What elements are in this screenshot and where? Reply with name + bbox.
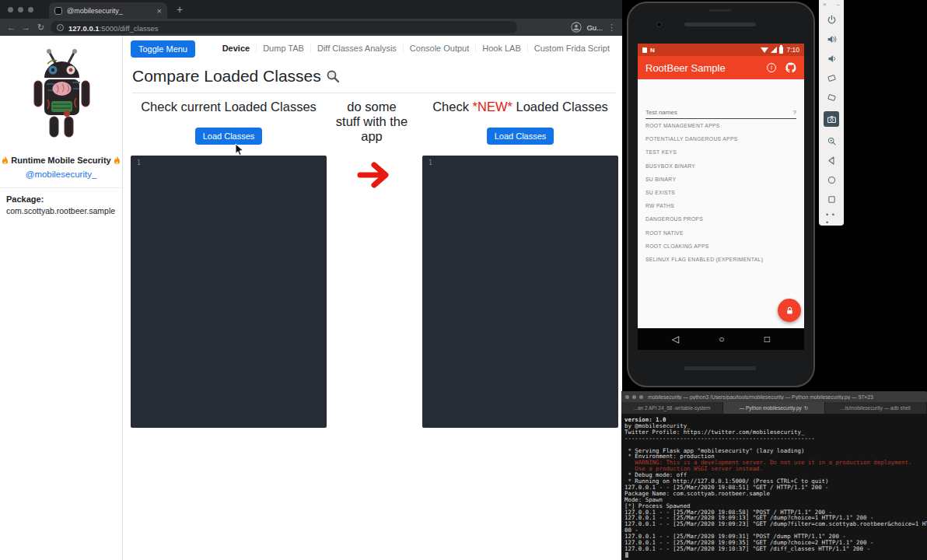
right-column-title: Check *NEW* Loaded Classes — [422, 100, 618, 114]
test-row[interactable]: BUSYBOX BINARY — [645, 159, 804, 173]
tab-close-icon[interactable]: × — [157, 7, 162, 15]
tab-hook-lab[interactable]: Hook LAB — [475, 44, 527, 53]
emulator-minimize-icon[interactable]: – — [837, 1, 840, 9]
tab-console-output[interactable]: Console Output — [403, 44, 475, 53]
github-icon[interactable] — [785, 62, 796, 73]
test-row[interactable]: TEST KEYS — [645, 145, 804, 159]
load-classes-button-right[interactable]: Load Classes — [487, 128, 554, 145]
toolbar-right: Gu... ⋮ — [571, 22, 616, 33]
reload-icon[interactable]: ↻ — [36, 23, 46, 33]
info-icon[interactable]: i — [767, 63, 776, 72]
android-back-button[interactable]: ◁ — [672, 334, 679, 344]
emu-more-icon[interactable]: • • • — [826, 213, 837, 224]
terminal-line: Package Name: com.scottyab.rootbeer.samp… — [624, 491, 927, 497]
emulator-close-icon[interactable]: × — [823, 1, 827, 9]
sidebar-divider — [0, 187, 122, 188]
browser-window: @mobilesecurity_ × + ← → ↻ i 127.0.0.1:5… — [0, 0, 622, 560]
status-bar: N 7:10 — [638, 44, 804, 56]
site-info-icon[interactable]: i — [57, 24, 64, 31]
classes-editor-left[interactable]: 1 — [131, 156, 327, 428]
android-overview-button[interactable]: □ — [764, 334, 770, 344]
emu-back-icon[interactable] — [826, 155, 837, 166]
heading-divider — [132, 93, 616, 93]
browser-tab-title: @mobilesecurity_ — [67, 7, 157, 15]
volume-up-icon[interactable] — [826, 33, 837, 44]
sidebar-title-row: Runtime Mobile Security — [0, 156, 122, 165]
help-icon[interactable]: ? — [793, 109, 796, 116]
screenshot-icon[interactable] — [824, 111, 839, 127]
window-close-icon[interactable] — [8, 7, 13, 12]
right-title-prefix: Check — [432, 100, 472, 114]
tab-device[interactable]: Device — [216, 44, 256, 53]
profile-avatar-icon[interactable] — [571, 22, 582, 33]
zoom-icon[interactable] — [826, 135, 837, 146]
terminal-zoom-icon[interactable] — [639, 395, 643, 399]
test-row[interactable]: ROOT CLOAKING APPS — [645, 240, 804, 253]
browser-toolbar: ← → ↻ i 127.0.0.1:5000/diff_classes Gu..… — [0, 19, 622, 36]
phone-earpiece — [684, 23, 756, 26]
back-icon[interactable]: ← — [6, 23, 16, 32]
left-column-title: Check current Loaded Classes — [131, 100, 327, 114]
emu-home-icon[interactable] — [826, 174, 837, 185]
browser-tabstrip: @mobilesecurity_ × + — [0, 0, 622, 19]
tab-diff-classes[interactable]: Diff Classes Analysis — [310, 44, 403, 53]
site-favicon — [54, 7, 62, 15]
tab-custom-frida[interactable]: Custom Frida Script — [527, 44, 616, 53]
tab-dump[interactable]: Dump TAB — [256, 44, 310, 53]
phone-screen: N 7:10 RootBeer Sample i Test names ? RO… — [638, 44, 804, 328]
magnifier-icon — [326, 69, 340, 83]
terminal-tab-adb[interactable]: ...ls/mobilesecurity — adb shell — [825, 402, 927, 414]
terminal-titlebar[interactable]: mobilesecurity — python3 /Users/pau/tool… — [621, 391, 927, 402]
twitter-handle-link[interactable]: @mobilesecurity_ — [0, 170, 122, 179]
terminal-minimize-icon[interactable] — [632, 395, 636, 399]
emu-overview-icon[interactable] — [826, 194, 837, 205]
root-check-fab[interactable] — [778, 299, 801, 322]
window-controls[interactable] — [8, 7, 33, 12]
test-row[interactable]: ROOT MANAGEMENT APPS — [645, 119, 804, 132]
window-zoom-icon[interactable] — [28, 7, 33, 12]
terminal-line: 127.0.0.1 - - [25/Mar/2020 19:10:37] "GE… — [624, 546, 927, 552]
android-home-button[interactable]: ○ — [719, 334, 724, 344]
test-row[interactable]: SU BINARY — [645, 173, 804, 186]
page-content: Runtime Mobile Security @mobilesecurity_… — [0, 36, 622, 560]
test-row[interactable]: ROOT NATIVE — [645, 226, 804, 240]
page-heading-text: Compare Loaded Classes — [132, 67, 321, 86]
classes-editor-right[interactable]: 1 — [422, 156, 618, 428]
battery-icon — [779, 47, 783, 54]
forward-icon[interactable]: → — [21, 23, 31, 32]
url-host: 127.0.0.1 — [68, 24, 100, 33]
top-navigation: Device Dump TAB Diff Classes Analysis Co… — [216, 44, 616, 53]
package-value: com.scottyab.rootbeer.sample — [6, 206, 115, 215]
profile-name[interactable]: Gu... — [586, 23, 603, 32]
window-minimize-icon[interactable] — [18, 7, 23, 12]
editor-line-number: 1 — [131, 156, 327, 166]
terminal-output[interactable]: version: 1.0 by @mobilesecurity_ Twitter… — [621, 414, 927, 559]
load-classes-button-left[interactable]: Load Classes — [195, 128, 263, 145]
spinner-icon: ↻ — [804, 405, 808, 411]
volume-down-icon[interactable] — [826, 53, 837, 64]
rotate-right-icon[interactable] — [826, 92, 837, 103]
status-sim-icon — [642, 47, 647, 53]
terminal-tab-python[interactable]: — Python mobilesecurity.py↻ — [723, 402, 825, 414]
middle-note: do some stuff with the app — [334, 100, 409, 144]
terminal-window: mobilesecurity — python3 /Users/pau/tool… — [621, 391, 927, 560]
power-icon[interactable] — [826, 14, 837, 25]
test-row[interactable]: POTENTIALLY DANGEROUS APPS — [645, 132, 804, 145]
terminal-window-controls[interactable] — [625, 395, 643, 399]
browser-tab[interactable]: @mobilesecurity_ × — [49, 2, 167, 19]
toggle-menu-button[interactable]: Toggle Menu — [131, 40, 195, 58]
terminal-line: ----------------------------------------… — [624, 436, 927, 442]
address-bar[interactable]: i 127.0.0.1:5000/diff_classes — [51, 21, 517, 33]
terminal-tab-emulator[interactable]: ...an 2 API 24_68 -writable-system — [621, 402, 723, 414]
right-title-suffix: Loaded Classes — [512, 100, 608, 114]
terminal-cursor — [625, 552, 628, 558]
rotate-left-icon[interactable] — [826, 72, 837, 83]
test-row[interactable]: RW PATHS — [645, 199, 804, 212]
browser-menu-icon[interactable]: ⋮ — [607, 23, 616, 33]
test-row[interactable]: SELINUX FLAG ENABLED (EXPERIMENTAL) — [645, 253, 804, 266]
test-row[interactable]: DANGEROUS PROPS — [645, 212, 804, 226]
terminal-close-icon[interactable] — [625, 395, 629, 399]
new-tab-button[interactable]: + — [177, 3, 183, 16]
test-list: Test names ? ROOT MANAGEMENT APPS POTENT… — [638, 109, 804, 266]
test-row[interactable]: SU EXISTS — [645, 186, 804, 199]
